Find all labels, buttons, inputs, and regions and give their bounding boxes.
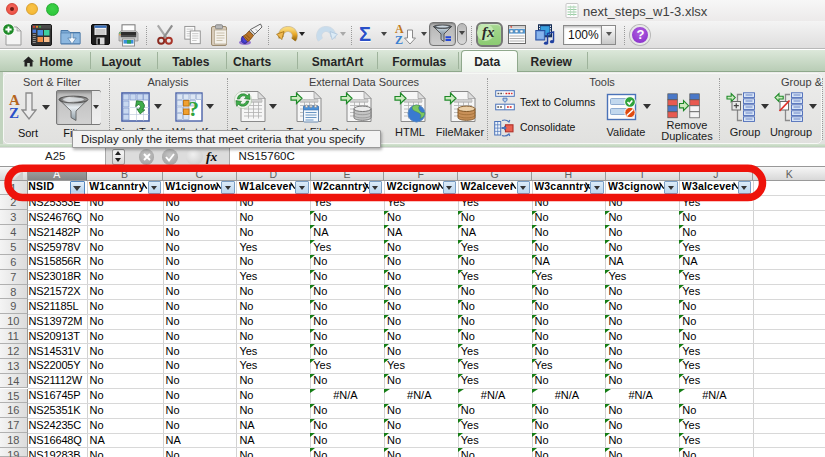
svg-text:?: ? xyxy=(188,96,199,121)
